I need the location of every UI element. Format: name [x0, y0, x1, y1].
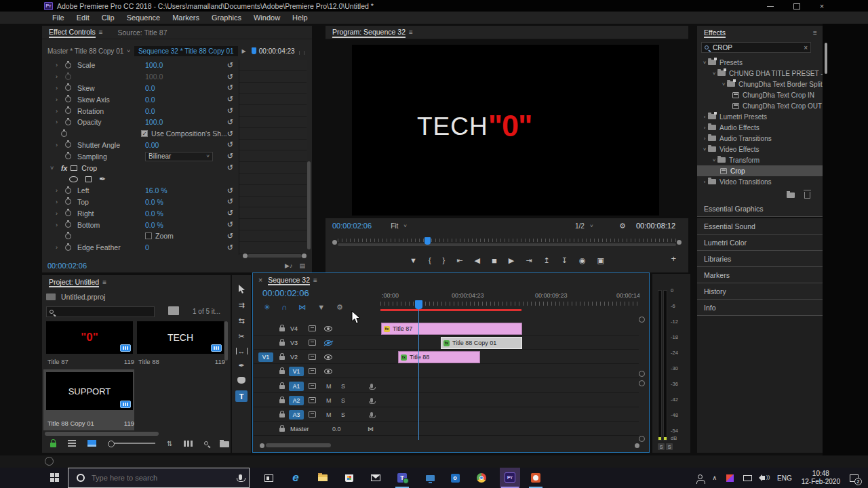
volume-icon[interactable] [762, 476, 765, 480]
nest-sequences-icon[interactable]: ✳ [264, 303, 270, 312]
track-name-v4[interactable]: V4 [290, 325, 298, 332]
program-playhead[interactable] [425, 237, 431, 245]
pen-tool-icon[interactable]: ✒ [238, 361, 244, 370]
timeline-settings-wrench-icon[interactable]: ⚙ [336, 303, 343, 312]
stopwatch-icon[interactable] [65, 153, 71, 159]
razor-tool-icon[interactable]: ✂ [238, 332, 244, 341]
slip-tool-icon[interactable]: ↔ [236, 348, 248, 354]
clip-title88[interactable]: fx Title 88 [398, 351, 480, 363]
play-stop-icon[interactable]: ■ [492, 256, 497, 266]
effect-controls-hscrollbar[interactable] [243, 253, 307, 258]
outlook-icon[interactable]: o [450, 472, 460, 483]
tree-item-video-transitions[interactable]: › Video Transitions [697, 176, 823, 187]
chrome-icon[interactable] [476, 472, 487, 483]
menu-help[interactable]: Help [286, 14, 314, 22]
reset-icon[interactable]: ↺ [227, 186, 233, 195]
shutter-angle-value[interactable]: 0.00 [145, 141, 159, 149]
panel-info[interactable]: Info [697, 300, 823, 316]
sync-lock-icon[interactable] [309, 325, 316, 331]
track-name-v2[interactable]: V2 [290, 354, 298, 361]
reset-icon[interactable]: ↺ [227, 106, 233, 115]
file-explorer-icon[interactable] [317, 472, 328, 483]
reset-icon[interactable]: ↺ [227, 243, 233, 252]
delete-custom-item-icon[interactable] [804, 192, 810, 199]
expand-chevron-icon[interactable]: › [56, 222, 65, 228]
mute-button[interactable]: M [326, 383, 332, 390]
track-height-handle[interactable] [639, 380, 645, 386]
master-level-value[interactable]: 0.0 [332, 426, 341, 432]
item-name[interactable]: Title 88 Copy 01 [47, 420, 94, 427]
snap-magnet-icon[interactable]: ∩ [281, 303, 287, 312]
solo-button[interactable]: S [341, 397, 345, 404]
panel-lumetri-color[interactable]: Lumetri Color [697, 235, 823, 251]
track-height-handle[interactable] [639, 436, 645, 442]
tree-item-border-split[interactable]: ˅ ChungDha Text Border Split - C [697, 79, 823, 89]
tree-item-audio-transitions[interactable]: › Audio Transitions [697, 133, 823, 144]
track-lock-icon[interactable] [279, 385, 285, 389]
menu-graphics[interactable]: Graphics [205, 14, 248, 22]
pen-mask-icon[interactable]: ✒ [99, 174, 106, 184]
orange-app-icon[interactable] [530, 472, 541, 483]
sync-lock-icon[interactable] [309, 340, 316, 346]
mail-icon[interactable] [370, 472, 381, 483]
panel-menu-icon[interactable]: ≡ [313, 277, 317, 284]
stopwatch-icon[interactable] [65, 210, 71, 216]
track-name-v1[interactable]: V1 [289, 367, 304, 376]
menu-window[interactable]: Window [248, 14, 286, 22]
panel-menu-icon[interactable]: ≡ [99, 28, 103, 36]
reset-icon[interactable]: ↺ [227, 73, 233, 81]
tab-project[interactable]: Project: Untitled [49, 278, 99, 286]
zoom-slider[interactable] [108, 443, 155, 444]
fx-badge-icon[interactable]: fx [61, 164, 67, 172]
mute-button[interactable]: M [326, 411, 332, 418]
reset-icon[interactable]: ↺ [227, 209, 233, 218]
export-keyframes-icon[interactable]: ▤ [299, 262, 305, 269]
reset-icon[interactable]: ↺ [227, 152, 233, 161]
track-select-tool-icon[interactable]: ⇉ [238, 301, 244, 310]
selection-tool-icon[interactable] [238, 285, 245, 294]
master-clip-label[interactable]: Master * Title 88 Copy 01 [47, 47, 123, 55]
play-audio-icon[interactable]: ▶♪ [285, 262, 292, 269]
project-item-title87[interactable]: "0" [46, 321, 133, 354]
edge-icon[interactable]: e [290, 472, 301, 483]
stopwatch-icon[interactable] [65, 62, 71, 68]
action-center-icon[interactable]: 2 [850, 474, 859, 482]
program-scrubber[interactable] [332, 237, 682, 247]
go-to-in-icon[interactable]: ⇤ [456, 256, 462, 265]
track-lock-icon[interactable] [279, 370, 285, 374]
filmstrip-badge-icon[interactable] [120, 344, 131, 352]
panel-scrollbar[interactable] [825, 43, 827, 74]
clip-title87[interactable]: fx Title 87 [381, 323, 522, 335]
add-marker-icon[interactable]: ▼ [317, 303, 325, 312]
export-frame-icon[interactable]: ◉ [579, 256, 586, 265]
crop-bottom-value[interactable]: 0.0 % [145, 221, 163, 229]
close-tab-icon[interactable]: × [258, 276, 262, 284]
tree-item-lumetri-presets[interactable]: › Lumetri Presets [697, 111, 823, 122]
project-item-title88-copy[interactable]: SUPPORT [46, 372, 133, 410]
expand-chevron-icon[interactable]: › [56, 244, 65, 251]
crop-left-value[interactable]: 16.0 % [145, 186, 167, 195]
sampling-dropdown[interactable]: Bilinear ˅ [145, 152, 213, 161]
panel-menu-icon[interactable]: ≡ [409, 28, 413, 36]
stopwatch-icon[interactable] [65, 245, 71, 251]
skew-axis-value[interactable]: 0.0 [145, 96, 155, 104]
collapse-chevron-icon[interactable]: ˅ [50, 165, 60, 171]
rect-mask-icon[interactable] [85, 176, 92, 182]
track-output-eye-off-icon[interactable] [324, 340, 332, 346]
settings-wrench-icon[interactable]: ⚙ [619, 222, 626, 230]
panel-menu-icon[interactable]: ≡ [813, 29, 817, 37]
panel-essential-sound[interactable]: Essential Sound [697, 218, 823, 235]
stopwatch-icon[interactable] [65, 119, 71, 125]
project-item-title88[interactable]: TECH [137, 321, 224, 354]
restore-icon[interactable] [792, 2, 800, 10]
new-custom-bin-icon[interactable] [787, 192, 795, 198]
source-patch-v1[interactable]: V1 [258, 352, 273, 362]
zoom-level-dropdown[interactable]: Fit ˅ [391, 222, 407, 230]
track-output-eye-icon[interactable] [324, 354, 332, 360]
track-height-handle[interactable] [639, 371, 645, 377]
voiceover-mic-icon[interactable] [370, 384, 373, 388]
stopwatch-icon[interactable] [65, 233, 71, 239]
comparison-view-icon[interactable]: ▣ [597, 256, 604, 265]
close-icon[interactable]: × [818, 2, 826, 10]
track-lock-icon[interactable] [279, 428, 285, 432]
